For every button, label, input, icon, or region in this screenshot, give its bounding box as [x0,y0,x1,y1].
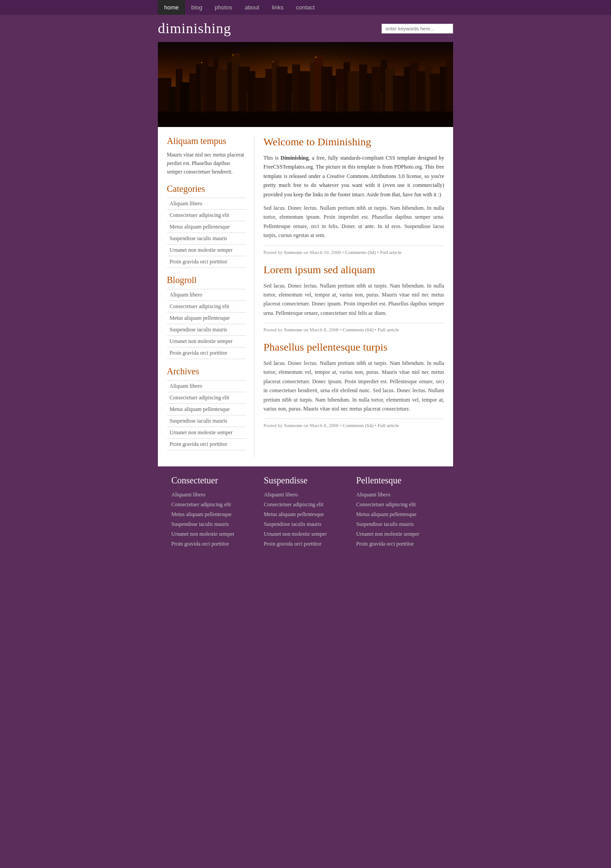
list-item: Aliquami libero [264,491,348,498]
list-item: Metus aliquam pellentesque [167,404,246,415]
footer-link[interactable]: Proin gravida orci porttitor [264,541,322,547]
sidebar-link[interactable]: Proin gravida orci porttitor [170,441,227,447]
list-item: Suspendisse iaculis mauris [264,521,348,528]
post: Welcome to DiminishingThis is Diminishin… [263,136,444,255]
list-item: Consectetuer adipiscing elit [264,501,348,508]
post-author[interactable]: Someone [284,327,302,332]
post-full-article[interactable]: Full article [380,250,402,255]
sidebar-link[interactable]: Metus aliquam pellentesque [170,315,230,321]
list-item: Consectetuer adipiscing elit [167,392,246,404]
footer-list: Aliquami liberoConsectetuer adipiscing e… [356,491,440,547]
list-item: Suspendisse iaculis mauris [356,521,440,528]
footer-link[interactable]: Suspendisse iaculis mauris [264,521,322,527]
sidebar: Aliquam tempus Mauris vitae nisl nec met… [167,136,254,457]
post-full-article[interactable]: Full article [378,423,399,428]
footer-list: Aliquami liberoConsectetuer adipiscing e… [264,491,348,547]
footer-link[interactable]: Urnanet non molestie semper [171,531,234,537]
post-comments[interactable]: Comments (64) [343,423,373,428]
footer-list: Aliquami liberoConsectetuer adipiscing e… [171,491,255,547]
footer-link[interactable]: Proin gravida orci porttitor [356,541,414,547]
search-input[interactable] [382,24,453,34]
post-comments[interactable]: Comments (64) [345,250,376,255]
sidebar-categories-list: Aliquam liberoConsectetuer adipiscing el… [167,198,246,268]
sidebar-categories-title: Categories [167,184,246,194]
footer-column-title: Suspendisse [264,475,348,486]
sidebar-link[interactable]: Metus aliquam pellentesque [170,224,230,230]
list-item: Proin gravida orci porttitor [167,347,246,359]
post-meta: Posted by Someone on March 8, 2008 • Com… [263,419,444,428]
footer-link[interactable]: Metus aliquam pellentesque [171,511,232,517]
svg-rect-52 [158,113,453,127]
nav-item-photos[interactable]: photos [208,0,238,15]
sidebar-link[interactable]: Metus aliquam pellentesque [170,406,230,412]
footer-link[interactable]: Suspendisse iaculis mauris [356,521,414,527]
list-item: Suspendisse iaculis mauris [167,233,246,245]
post-body: Sed lacus. Donec lectus. Nullam pretium … [263,203,444,240]
footer-link[interactable]: Metus aliquam pellentesque [264,511,324,517]
list-item: Proin gravida orci porttitor [264,540,348,547]
footer-link[interactable]: Urnanet non molestie semper [264,531,327,537]
svg-rect-46 [273,61,274,62]
sidebar-link[interactable]: Aliquam libero [170,292,202,298]
post-title: Lorem ipsum sed aliquam [263,264,444,276]
nav-item-links[interactable]: links [266,0,290,15]
footer-link[interactable]: Suspendisse iaculis mauris [171,521,229,527]
post-body: Sed lacus. Donec lectus. Nullam pretium … [263,359,444,413]
list-item: Metus aliquam pellentesque [171,511,255,518]
sidebar-link[interactable]: Urnanet non molestie semper [170,338,233,344]
list-item: Aliquami libero [356,491,440,498]
sidebar-link[interactable]: Urnanet non molestie semper [170,247,233,253]
list-item: Aliquami libero [171,491,255,498]
footer-link[interactable]: Metus aliquam pellentesque [356,511,416,517]
footer-link[interactable]: Consectetuer adipiscing elit [264,501,323,508]
list-item: Suspendisse iaculis mauris [167,415,246,427]
sidebar-link[interactable]: Proin gravida orci porttitor [170,258,227,265]
sidebar-link[interactable]: Suspendisse iaculis mauris [170,235,227,241]
nav-item-blog[interactable]: blog [185,0,209,15]
post-full-article[interactable]: Full article [378,327,399,332]
post-comments[interactable]: Comments (64) [343,327,373,332]
list-item: Aliquam libero [167,289,246,301]
footer-link[interactable]: Aliquami libero [356,491,390,498]
svg-rect-45 [315,57,316,58]
sidebar-link[interactable]: Proin gravida orci porttitor [170,350,227,356]
sidebar-link[interactable]: Consectetuer adipiscing elit [170,394,229,401]
post-author[interactable]: Someone [284,250,302,255]
nav-item-home[interactable]: home [158,0,185,15]
list-item: Urnanet non molestie semper [356,530,440,538]
sidebar-link[interactable]: Aliquam libero [170,200,202,207]
nav-bar: homeblogphotosaboutlinkscontact [158,0,453,15]
list-item: Urnanet non molestie semper [167,245,246,256]
list-item: Consectetuer adipiscing elit [171,501,255,508]
sidebar-link[interactable]: Suspendisse iaculis mauris [170,418,227,424]
list-item: Proin gravida orci porttitor [167,439,246,450]
list-item: Urnanet non molestie semper [171,530,255,538]
nav-item-about[interactable]: about [238,0,266,15]
footer-column: ConsectetuerAliquami liberoConsectetuer … [167,475,259,550]
list-item: Metus aliquam pellentesque [167,313,246,324]
sidebar-link[interactable]: Urnanet non molestie semper [170,429,233,436]
sidebar-link[interactable]: Aliquam libero [170,383,202,389]
footer-link[interactable]: Aliquami libero [264,491,298,498]
footer-link[interactable]: Proin gravida orci porttitor [171,541,229,547]
list-item: Urnanet non molestie semper [167,336,246,347]
main-content: Welcome to DiminishingThis is Diminishin… [254,136,444,457]
sidebar-link[interactable]: Consectetuer adipiscing elit [170,303,229,309]
sidebar-blogroll-title: Blogroll [167,275,246,285]
post-meta: Posted by Someone on March 8, 2008 • Com… [263,323,444,332]
footer-link[interactable]: Consectetuer adipiscing elit [171,501,231,508]
list-item: Proin gravida orci porttitor [171,540,255,547]
site-title: diminishing [158,20,231,37]
list-item: Proin gravida orci porttitor [356,540,440,547]
list-item: Aliquam libero [167,381,246,392]
list-item: Aliquam libero [167,198,246,210]
footer-link[interactable]: Aliquami libero [171,491,205,498]
sidebar-link[interactable]: Consectetuer adipiscing elit [170,212,229,218]
list-item: Proin gravida orci porttitor [167,256,246,268]
footer-link[interactable]: Consectetuer adipiscing elit [356,501,416,508]
sidebar-link[interactable]: Suspendisse iaculis mauris [170,326,227,333]
footer-column-title: Pellentesque [356,475,440,486]
nav-item-contact[interactable]: contact [290,0,321,15]
footer-link[interactable]: Urnanet non molestie semper [356,531,419,537]
post-author[interactable]: Someone [284,423,302,428]
